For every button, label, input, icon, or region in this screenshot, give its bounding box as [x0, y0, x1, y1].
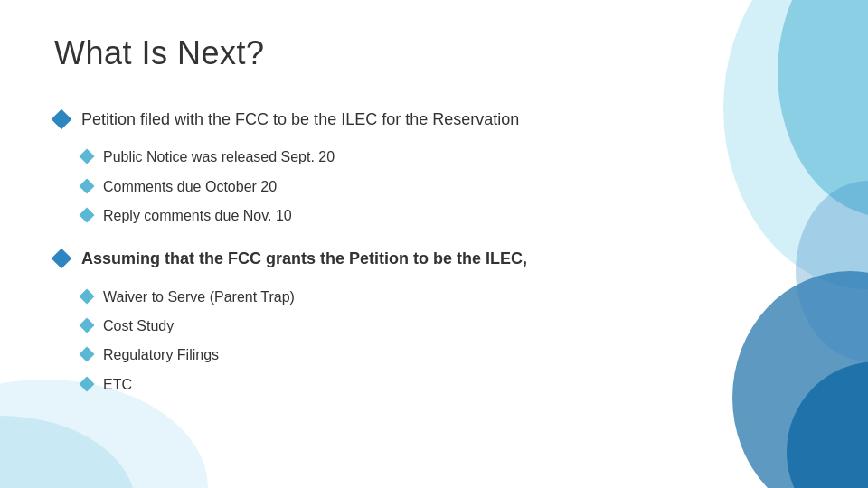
svg-point-0: [723, 0, 868, 289]
svg-point-6: [0, 416, 136, 488]
slide-title: What Is Next?: [54, 34, 265, 72]
svg-point-2: [732, 271, 868, 488]
bullet-l2-comments: Comments due October 20: [81, 177, 669, 197]
diamond-icon-2-2: [80, 317, 95, 333]
bullet-l2-regulatory-text: Regulatory Filings: [103, 345, 219, 365]
bullet-l2-waiver-text: Waiver to Serve (Parent Trap): [103, 287, 295, 307]
slide: What Is Next? Petition filed with the FC…: [0, 0, 868, 488]
section-2: Assuming that the FCC grants the Petitio…: [54, 248, 669, 395]
diamond-icon-2-3: [80, 347, 95, 362]
bullet-l2-public-notice-text: Public Notice was released Sept. 20: [103, 147, 335, 167]
bullet-l1-petition-text: Petition filed with the FCC to be the IL…: [81, 108, 519, 131]
bullet-l2-waiver: Waiver to Serve (Parent Trap): [81, 287, 669, 307]
svg-point-4: [796, 181, 868, 361]
diamond-icon-2: [52, 249, 72, 269]
slide-content: Petition filed with the FCC to be the IL…: [54, 108, 669, 404]
bullet-l2-cost-study-text: Cost Study: [103, 316, 174, 336]
diamond-icon-1-2: [80, 178, 95, 193]
bullet-l1-petition: Petition filed with the FCC to be the IL…: [54, 108, 669, 131]
bullet-l2-public-notice: Public Notice was released Sept. 20: [81, 147, 669, 167]
diamond-icon-1: [52, 109, 72, 130]
diamond-icon-1-3: [80, 207, 95, 222]
diamond-icon-1-1: [80, 149, 95, 164]
bullet-l1-assuming-text: Assuming that the FCC grants the Petitio…: [81, 248, 527, 270]
bullet-l2-comments-text: Comments due October 20: [103, 177, 277, 197]
bullet-l2-reply: Reply comments due Nov. 10: [81, 206, 669, 226]
bullet-l2-etc: ETC: [81, 375, 669, 395]
diamond-icon-2-4: [80, 376, 95, 391]
bullet-l2-regulatory: Regulatory Filings: [81, 345, 669, 365]
svg-point-3: [787, 361, 868, 488]
section-1: Petition filed with the FCC to be the IL…: [54, 108, 669, 226]
bullet-l1-assuming: Assuming that the FCC grants the Petitio…: [54, 248, 669, 270]
sub-bullets-2: Waiver to Serve (Parent Trap) Cost Study…: [81, 287, 669, 396]
bullet-l2-reply-text: Reply comments due Nov. 10: [103, 206, 292, 226]
svg-point-1: [778, 0, 868, 217]
bullet-l2-cost-study: Cost Study: [81, 316, 669, 336]
bullet-l2-etc-text: ETC: [103, 375, 132, 395]
diamond-icon-2-1: [80, 288, 95, 304]
sub-bullets-1: Public Notice was released Sept. 20 Comm…: [81, 147, 669, 226]
